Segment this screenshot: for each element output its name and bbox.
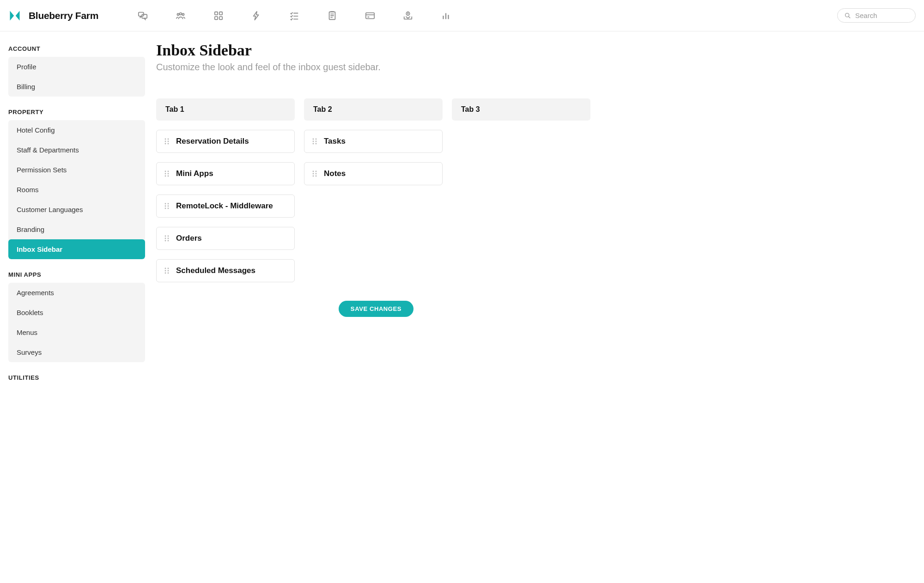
sidebar-item-permission-sets[interactable]: Permission Sets [8,160,145,180]
sidebar-heading-utilities: UTILITIES [8,371,145,386]
save-changes-button[interactable]: SAVE CHANGES [339,301,413,317]
tab-column-2: Tab 2 Tasks Notes [304,98,443,282]
sidebar-group-property: Hotel Config Staff & Departments Permiss… [8,120,145,259]
search-box[interactable] [837,8,916,23]
svg-point-17 [165,139,166,140]
svg-point-31 [165,206,166,207]
tab-column-1: Tab 1 Reservation Details Mini Apps Remo… [156,98,295,282]
sidebar-item-label: Billing [17,83,35,91]
card-mini-apps[interactable]: Mini Apps [156,162,295,185]
drag-handle-icon[interactable] [312,138,317,145]
sidebar-item-surveys[interactable]: Surveys [8,342,145,362]
svg-point-19 [165,141,166,142]
sidebar-item-hotel-config[interactable]: Hotel Config [8,120,145,140]
sidebar-item-profile[interactable]: Profile [8,57,145,77]
top-bar: Blueberry Farm [0,0,924,31]
sidebar-heading-property: PROPERTY [8,106,145,120]
tab-header-label: Tab 3 [461,105,480,113]
sidebar-item-label: Rooms [17,186,39,194]
drag-handle-icon[interactable] [312,170,317,177]
brand[interactable]: Blueberry Farm [8,9,128,22]
sidebar-item-billing[interactable]: Billing [8,77,145,97]
svg-point-54 [316,171,317,172]
sidebar-heading-mini-apps: MINI APPS [8,268,145,283]
svg-point-26 [168,173,169,175]
card-scheduled-messages[interactable]: Scheduled Messages [156,259,295,282]
sidebar-item-inbox-sidebar[interactable]: Inbox Sidebar [8,239,145,259]
sidebar-item-label: Permission Sets [17,166,67,174]
svg-point-56 [316,173,317,175]
save-button-label: SAVE CHANGES [351,305,401,312]
card-reservation-details[interactable]: Reservation Details [156,130,295,153]
drag-handle-icon[interactable] [164,235,170,242]
card-remotelock-middleware[interactable]: RemoteLock - Middleware [156,194,295,218]
svg-point-40 [168,240,169,242]
brand-name: Blueberry Farm [29,10,98,21]
svg-point-20 [168,141,169,142]
card-orders[interactable]: Orders [156,227,295,250]
sidebar-item-branding[interactable]: Branding [8,219,145,239]
tab-column-3: Tab 3 [452,98,590,282]
svg-point-44 [168,270,169,272]
svg-point-46 [168,273,169,274]
drag-handle-icon[interactable] [164,170,170,177]
sidebar-item-customer-languages[interactable]: Customer Languages [8,200,145,219]
svg-rect-5 [215,12,218,14]
apps-icon[interactable] [213,11,224,21]
svg-point-57 [313,176,314,177]
search-icon [844,12,851,19]
sidebar-item-booklets[interactable]: Booklets [8,303,145,322]
sidebar-item-label: Profile [17,63,36,71]
svg-point-3 [180,12,182,15]
svg-point-41 [165,268,166,269]
card-label: Scheduled Messages [176,266,255,275]
card-label: RemoteLock - Middleware [176,201,273,211]
sidebar-group-account: Profile Billing [8,57,145,97]
tab-header-label: Tab 1 [165,105,184,113]
svg-point-25 [165,173,166,175]
sidebar-item-menus[interactable]: Menus [8,322,145,342]
tab-header-3[interactable]: Tab 3 [452,98,590,121]
svg-point-52 [316,143,317,145]
bolt-icon[interactable] [251,11,261,21]
stats-icon[interactable] [441,11,451,21]
sidebar-item-agreements[interactable]: Agreements [8,283,145,303]
card-tasks[interactable]: Tasks [304,130,443,153]
svg-point-42 [168,268,169,269]
svg-point-33 [165,208,166,209]
svg-point-47 [313,139,314,140]
svg-point-22 [168,143,169,145]
tab-header-2[interactable]: Tab 2 [304,98,443,121]
save-row: SAVE CHANGES [156,301,596,317]
svg-point-45 [165,273,166,274]
svg-point-34 [168,208,169,209]
card-icon[interactable] [365,11,375,21]
search-input[interactable] [855,12,909,19]
sidebar-item-staff-departments[interactable]: Staff & Departments [8,140,145,160]
messages-icon[interactable] [138,11,148,21]
svg-rect-7 [215,16,218,19]
clipboard-icon[interactable] [327,11,337,21]
svg-point-50 [316,141,317,142]
svg-point-21 [165,143,166,145]
brand-logo-icon [8,9,21,22]
sidebar-heading-account: ACCOUNT [8,43,145,57]
tab-header-1[interactable]: Tab 1 [156,98,295,121]
svg-point-35 [165,236,166,237]
drag-handle-icon[interactable] [164,267,170,274]
checklist-icon[interactable] [289,11,299,21]
sidebar-item-rooms[interactable]: Rooms [8,180,145,200]
drag-handle-icon[interactable] [164,202,170,210]
page-title: Inbox Sidebar [156,42,913,59]
sidebar-item-label: Menus [17,328,37,336]
sidebar-item-label: Agreements [17,289,54,297]
money-inbox-icon[interactable] [403,11,413,21]
drag-handle-icon[interactable] [164,138,170,145]
people-icon[interactable] [176,11,186,21]
svg-point-15 [845,13,849,17]
svg-point-43 [165,270,166,272]
card-notes[interactable]: Notes [304,162,443,185]
svg-point-37 [165,238,166,239]
svg-point-38 [168,238,169,239]
top-nav [138,11,837,21]
